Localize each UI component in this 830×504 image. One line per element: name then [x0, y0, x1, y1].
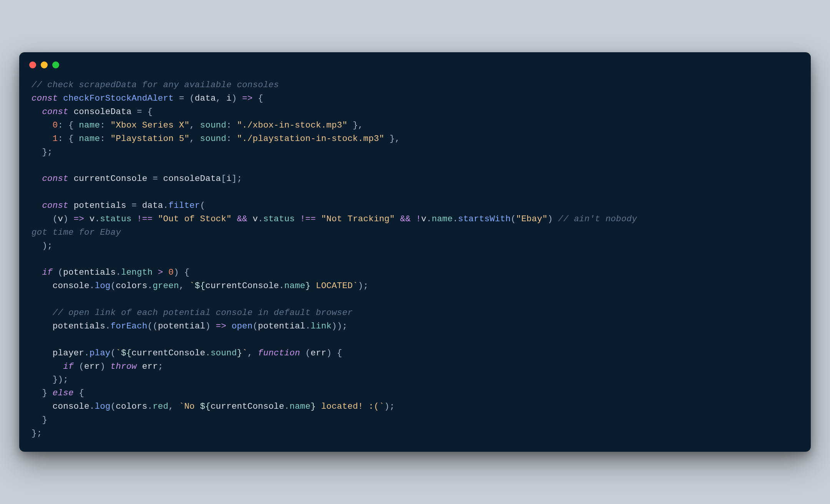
window-titlebar — [19, 52, 811, 73]
close-icon[interactable] — [29, 61, 36, 68]
maximize-icon[interactable] — [52, 61, 59, 68]
code-window: // check scrapedData for any available c… — [19, 52, 811, 452]
comment: // check scrapedData for any available c… — [32, 80, 279, 90]
minimize-icon[interactable] — [41, 61, 48, 68]
keyword-const: const — [32, 93, 58, 103]
function-name: checkForStockAndAlert — [63, 93, 174, 103]
code-block: // check scrapedData for any available c… — [19, 73, 811, 440]
